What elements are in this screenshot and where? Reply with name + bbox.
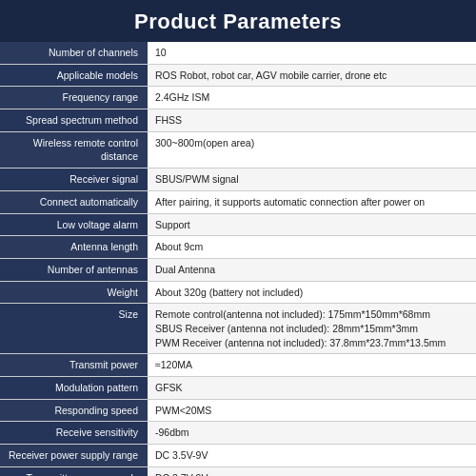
table-row: Connect automaticallyAfter pairing, it s… bbox=[0, 190, 476, 213]
table-row: Transmitter power supply rangeDC 3.7V-9V bbox=[0, 466, 476, 476]
param-value: 10 bbox=[148, 42, 476, 64]
param-label: Frequency range bbox=[0, 87, 148, 109]
param-label: Number of channels bbox=[0, 42, 148, 64]
param-label: Number of antennas bbox=[0, 258, 148, 281]
param-value: SBUS/PWM signal bbox=[148, 169, 476, 191]
param-label: Spread spectrum method bbox=[0, 109, 148, 132]
param-value: Remote control(antenna not included): 17… bbox=[148, 304, 476, 354]
table-row: Applicable modelsROS Robot, robot car, A… bbox=[0, 64, 476, 87]
param-label: Responding speed bbox=[0, 399, 148, 422]
table-row: Receiver signalSBUS/PWM signal bbox=[0, 169, 476, 191]
table-row: Number of antennasDual Antenna bbox=[0, 258, 476, 281]
table-row: Receiver power supply rangeDC 3.5V-9V bbox=[0, 445, 476, 467]
param-label: Transmit power bbox=[0, 354, 148, 377]
param-value: 300~800m(open area) bbox=[148, 131, 476, 168]
table-row: Frequency range2.4GHz ISM bbox=[0, 87, 476, 109]
param-label: Connect automatically bbox=[0, 190, 148, 213]
param-label: Applicable models bbox=[0, 64, 148, 87]
param-label: Low voltage alarm bbox=[0, 213, 148, 236]
table-row: Modulation patternGFSK bbox=[0, 377, 476, 400]
param-value: FHSS bbox=[148, 109, 476, 132]
table-row: Receive sensitivity-96dbm bbox=[0, 422, 476, 445]
params-table: Number of channels10Applicable modelsROS… bbox=[0, 42, 476, 476]
param-value: Support bbox=[148, 213, 476, 236]
param-value: Dual Antenna bbox=[148, 258, 476, 281]
table-row: Spread spectrum methodFHSS bbox=[0, 109, 476, 132]
table-row: Low voltage alarmSupport bbox=[0, 213, 476, 236]
param-value: GFSK bbox=[148, 377, 476, 400]
table-row: SizeRemote control(antenna not included)… bbox=[0, 304, 476, 354]
param-label: Modulation pattern bbox=[0, 377, 148, 400]
table-row: Number of channels10 bbox=[0, 42, 476, 64]
table-row: Responding speedPWM<20MS bbox=[0, 399, 476, 422]
param-value: PWM<20MS bbox=[148, 399, 476, 422]
page-container: Product Parameters Number of channels10A… bbox=[0, 0, 476, 476]
table-row: Antenna lengthAbout 9cm bbox=[0, 236, 476, 259]
param-label: Receive sensitivity bbox=[0, 422, 148, 445]
param-label: Transmitter power supply range bbox=[0, 466, 148, 476]
param-value: About 9cm bbox=[148, 236, 476, 259]
param-value: About 320g (battery not included) bbox=[148, 281, 476, 304]
param-label: Receiver signal bbox=[0, 169, 148, 191]
param-label: Antenna length bbox=[0, 236, 148, 259]
param-value: After pairing, it supports automatic con… bbox=[148, 190, 476, 213]
param-label: Wireless remote control distance bbox=[0, 131, 148, 168]
param-value: 2.4GHz ISM bbox=[148, 87, 476, 109]
param-value: -96dbm bbox=[148, 422, 476, 445]
param-value: DC 3.7V-9V bbox=[148, 466, 476, 476]
table-row: Wireless remote control distance300~800m… bbox=[0, 131, 476, 168]
param-label: Size bbox=[0, 304, 148, 354]
table-row: Transmit power≈120MA bbox=[0, 354, 476, 377]
page-title: Product Parameters bbox=[0, 0, 476, 42]
param-label: Weight bbox=[0, 281, 148, 304]
param-value: ≈120MA bbox=[148, 354, 476, 377]
param-value: DC 3.5V-9V bbox=[148, 445, 476, 467]
table-row: WeightAbout 320g (battery not included) bbox=[0, 281, 476, 304]
param-label: Receiver power supply range bbox=[0, 445, 148, 467]
param-value: ROS Robot, robot car, AGV mobile carrier… bbox=[148, 64, 476, 87]
